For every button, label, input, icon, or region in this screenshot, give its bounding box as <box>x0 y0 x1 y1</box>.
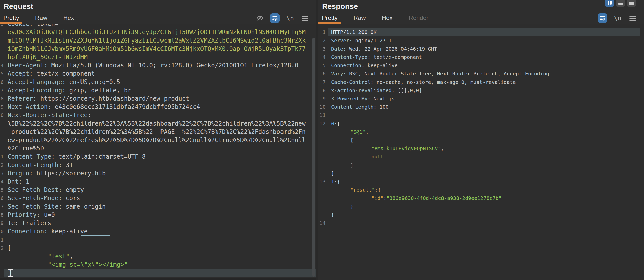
code-line[interactable]: } <box>318 211 644 219</box>
code-line[interactable]: 11Content-Type: text/plain;charset=UTF-8 <box>0 153 316 161</box>
code-text: "id":"386e9630-4f0d-4dc8-a938-2d9ee1278c… <box>326 194 502 203</box>
code-line[interactable]: 15Sec-Fetch-Dest: empty <box>0 186 316 194</box>
word-wrap-icon[interactable] <box>270 13 280 23</box>
code-line[interactable]: "eMXTkHuLPViqV0QpNTSCV", <box>318 144 644 153</box>
response-tab-raw[interactable]: Raw <box>350 13 369 24</box>
request-tab-raw[interactable]: Raw <box>32 13 51 24</box>
code-line[interactable]: 3Date: Wed, 22 Apr 2026 04:46:19 GMT <box>318 45 644 53</box>
code-line[interactable]: "test", <box>0 252 316 261</box>
menu-icon[interactable] <box>300 13 310 23</box>
code-text: Server: nginx/1.27.1 <box>326 36 392 45</box>
code-text: Connection: keep-alive <box>326 61 398 70</box>
code-line[interactable]: 13Origin: https://sorcery.htb <box>0 169 316 178</box>
code-line[interactable]: [ <box>318 136 644 144</box>
request-scrollbar-thumb[interactable] <box>312 38 315 277</box>
code-line[interactable]: 9Next-Action: e43c0e68ecc317131dbfa2479d… <box>0 103 316 111</box>
code-text: hpftXDjN_5OczT-1NJzdHM <box>4 53 88 61</box>
code-line[interactable]: 6Vary: RSC, Next-Router-State-Tree, Next… <box>318 70 644 78</box>
layout-single-button[interactable] <box>627 0 636 7</box>
code-line[interactable]: ew-product%22%2C%22refresh%22%5D%7D%5D%7… <box>0 136 316 144</box>
code-token: Next-Router-State-Tree <box>8 112 88 119</box>
code-line[interactable]: hpftXDjN_5OczT-1NJzdHM <box>0 53 316 61</box>
code-token: "id" <box>371 195 383 201</box>
request-tab-hex[interactable]: Hex <box>60 13 77 24</box>
code-line[interactable]: "result":{ <box>318 186 644 194</box>
code-line[interactable]: 8x-action-revalidated: [[],0,0] <box>318 86 644 95</box>
code-text: -product%22%2C%7B%22children%22%3A%5B%22… <box>4 128 306 136</box>
code-line[interactable]: ] <box>318 169 644 178</box>
code-line[interactable]: "id":"386e9630-4f0d-4dc8-a938-2d9ee1278c… <box>318 194 644 203</box>
code-line[interactable]: "$@1", <box>318 128 644 136</box>
code-token: [ <box>8 245 11 252</box>
code-line[interactable]: 20Connection: keep-alive <box>0 227 316 236</box>
response-editor[interactable]: 1HTTP/1.1 200 OK2Server: nginx/1.27.13Da… <box>318 24 644 280</box>
code-line[interactable]: 16Sec-Fetch-Mode: cors <box>0 194 316 203</box>
code-text: Referer: https://sorcery.htb/dashboard/n… <box>4 95 189 103</box>
hidden-items-eye-off-icon[interactable] <box>255 13 265 23</box>
response-tabbar: Pretty Raw Hex Render \n <box>318 13 644 24</box>
request-editor[interactable]: 3Cookie: token=eyJ0eXAiOiJKV1QiLCJhbGciO… <box>0 24 316 280</box>
code-line[interactable]: 19Te: trailers <box>0 219 316 227</box>
newline-chars-icon[interactable]: \n <box>285 13 295 23</box>
response-tab-render: Render <box>405 13 432 24</box>
code-token: : 31 <box>58 162 73 169</box>
code-line[interactable]: 2Server: nginx/1.27.1 <box>318 36 644 45</box>
menu-icon[interactable] <box>628 13 637 23</box>
code-line[interactable]: %2Ctrue%5D <box>0 144 316 153</box>
code-line[interactable]: mE1OTVlMTJkMiIsInVzZXJuYW1lIjoiZGFyazIiL… <box>0 36 316 45</box>
code-line[interactable]: 14Dnt: 1 <box>0 178 316 186</box>
code-token: } <box>331 212 334 218</box>
code-line[interactable]: 120:[ <box>318 119 644 128</box>
response-tab-pretty[interactable]: Pretty <box>318 13 341 24</box>
newline-chars-icon[interactable]: \n <box>613 13 622 23</box>
code-line[interactable]: 5Accept: text/x-component <box>0 70 316 78</box>
code-text: Cache-Control: no-cache, no-store, max-a… <box>326 78 516 86</box>
code-line[interactable]: 11 <box>318 111 644 119</box>
code-token: : no-cache, no-store, max-age=0, must-re… <box>371 79 516 85</box>
line-number: 9 <box>0 103 4 111</box>
code-line[interactable]: eyJ0eXAiOiJKV1QiLCJhbGciOiJIUzI1NiJ9.eyJ… <box>0 28 316 36</box>
code-token: Sec-Fetch-Dest <box>8 186 58 193</box>
code-line[interactable]: 22[ <box>0 244 316 252</box>
code-line[interactable]: 3Cookie: token= <box>0 24 316 28</box>
code-line[interactable]: 21 <box>0 236 316 244</box>
code-token: User-Agent <box>8 62 44 69</box>
code-line[interactable]: "<img sc=\"x\"></img>" <box>0 261 316 269</box>
word-wrap-icon[interactable] <box>598 13 607 23</box>
code-line[interactable]: 1HTTP/1.1 200 OK <box>318 28 644 36</box>
code-line[interactable]: 8Referer: https://sorcery.htb/dashboard/… <box>0 95 316 103</box>
request-tab-pretty[interactable]: Pretty <box>0 13 22 24</box>
code-line[interactable]: 18Priority: u=0 <box>0 211 316 219</box>
code-line[interactable]: %5B%22%22%2C%7B%22children%22%3A%5B%22da… <box>0 119 316 128</box>
code-line[interactable]: 10Next-Router-State-Tree: <box>0 111 316 119</box>
code-line[interactable]: 5Connection: keep-alive <box>318 61 644 70</box>
code-text: [ <box>326 136 353 144</box>
code-line[interactable]: 7Accept-Encoding: gzip, deflate, br <box>0 86 316 95</box>
layout-rows-button[interactable] <box>616 0 625 7</box>
code-line[interactable]: null <box>318 153 644 161</box>
line-number <box>0 45 4 53</box>
line-number: 12 <box>318 119 326 128</box>
panel-divider[interactable] <box>316 0 318 280</box>
code-line[interactable]: 9X-Powered-By: Next.js <box>318 95 644 103</box>
code-line[interactable]: 14 <box>318 219 644 227</box>
code-line[interactable]: 10Content-Length: 100 <box>318 103 644 111</box>
layout-controls <box>605 0 636 7</box>
code-line[interactable]: 12Content-Length: 31 <box>0 161 316 169</box>
response-tab-hex[interactable]: Hex <box>379 13 396 24</box>
code-line[interactable]: 6Accept-Language: en-US,en;q=0.5 <box>0 78 316 86</box>
code-line[interactable]: 7Cache-Control: no-cache, no-store, max-… <box>318 78 644 86</box>
layout-columns-button[interactable] <box>605 0 614 7</box>
code-line[interactable]: 4Content-Type: text/x-component <box>318 53 644 61</box>
line-number <box>318 211 326 219</box>
code-line[interactable]: -product%22%2C%7B%22children%22%3A%5B%22… <box>0 128 316 136</box>
code-line[interactable]: } <box>318 203 644 211</box>
code-line[interactable]: 131:{ <box>318 178 644 186</box>
code-token: Content-Type <box>331 54 368 60</box>
code-line[interactable]: ] <box>0 269 316 277</box>
code-line[interactable]: 17Sec-Fetch-Site: same-origin <box>0 203 316 211</box>
code-line[interactable]: ] <box>318 161 644 169</box>
code-token: null <box>371 154 383 160</box>
code-line[interactable]: iOmZhbHNlLCJvbmx5Rm9yUGF0aHMiOm51bGwsImV… <box>0 45 316 53</box>
code-line[interactable]: 4User-Agent: Mozilla/5.0 (Windows NT 10.… <box>0 61 316 70</box>
